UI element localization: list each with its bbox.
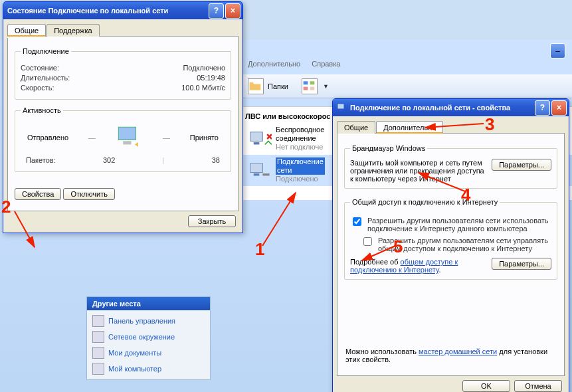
folders-button-label[interactable]: Папки <box>268 82 288 90</box>
annotation-1: 1 <box>255 239 264 260</box>
ics-control-label: Разрешить другим пользователям сети упра… <box>378 237 551 252</box>
status-titlebar[interactable]: Состояние Подключение по локальной сети … <box>3 2 242 19</box>
svg-rect-11 <box>124 141 132 144</box>
wizard-hint: Можно использовать мастер домашней сети … <box>345 347 556 363</box>
close-button[interactable]: × <box>551 100 567 116</box>
activity-icon <box>115 124 143 151</box>
annotation-4: 4 <box>461 185 470 205</box>
state-label: Состояние: <box>21 64 59 72</box>
sidebar-item-my-computer[interactable]: Мой компьютер <box>91 361 206 377</box>
ics-allow-checkbox-row[interactable]: Разрешить другим пользователям сети испо… <box>350 217 551 233</box>
lan-status: Подключено <box>276 175 325 183</box>
properties-tabs: Общие Дополнительно <box>337 120 565 134</box>
properties-button[interactable]: Свойства <box>15 188 61 200</box>
svg-rect-8 <box>250 163 263 173</box>
annotation-5: 5 <box>393 237 403 257</box>
annotation-2: 2 <box>1 197 11 217</box>
ics-allow-label: Разрешить другим пользователям сети испо… <box>367 217 551 233</box>
firewall-fieldset: Брандмауэр Windows Защитить мой компьюте… <box>344 144 557 189</box>
svg-rect-3 <box>310 87 315 90</box>
tab-support[interactable]: Поддержка <box>47 24 99 37</box>
firewall-description: Защитить мой компьютер и сеть путем огра… <box>350 159 486 183</box>
svg-rect-10 <box>119 127 136 140</box>
firewall-params-button[interactable]: Параметры... <box>492 159 551 171</box>
minimize-button[interactable]: – <box>550 43 565 58</box>
svg-rect-1 <box>310 81 315 84</box>
ics-params-button[interactable]: Параметры... <box>492 258 551 270</box>
annotation-3: 3 <box>485 114 494 135</box>
explorer-toolbar: Папки ▼ <box>242 74 572 98</box>
packets-recv: 38 <box>212 156 220 164</box>
connection-fieldset: Подключение Состояние:Подключено Длитель… <box>15 47 231 100</box>
svg-rect-13 <box>339 110 342 111</box>
sidebar-item-control-panel[interactable]: Панель управления <box>91 313 206 329</box>
speed-label: Скорость: <box>21 84 54 92</box>
tab-advanced[interactable]: Дополнительно <box>376 121 443 134</box>
speed-value: 100.0 Мбит/с <box>181 84 225 92</box>
firewall-legend: Брандмауэр Windows <box>350 144 427 152</box>
svg-rect-12 <box>337 104 344 109</box>
lan-name-line2: сети <box>276 166 325 175</box>
close-dialog-button[interactable]: Закрыть <box>188 215 236 227</box>
other-places-panel: Другие места Панель управления Сетевое о… <box>86 296 211 380</box>
ics-allow-checkbox[interactable] <box>353 217 361 226</box>
ics-fieldset: Общий доступ к подключению к Интернету Р… <box>344 198 557 280</box>
help-button[interactable]: ? <box>209 3 224 19</box>
svg-rect-5 <box>254 142 260 144</box>
svg-rect-0 <box>304 81 308 84</box>
activity-legend: Активность <box>21 106 63 114</box>
status-tabs: Общие Поддержка <box>7 23 238 37</box>
folder-icon <box>248 78 264 94</box>
wireless-icon <box>249 128 272 150</box>
svg-rect-2 <box>304 87 308 90</box>
recv-label: Принято <box>190 134 219 142</box>
help-button[interactable]: ? <box>535 100 550 116</box>
status-window: Состояние Подключение по локальной сети … <box>3 1 243 233</box>
lan-icon <box>249 159 272 181</box>
sidebar-item-network-places[interactable]: Сетевое окружение <box>91 329 206 345</box>
network-places-icon <box>92 331 104 343</box>
ics-control-checkbox[interactable] <box>363 237 372 246</box>
lan-name-line1: Подключение <box>276 157 325 166</box>
learn-prefix: Подробнее об <box>350 258 401 266</box>
properties-titlebar[interactable]: Подключение по локальной сети - свойства… <box>333 99 569 116</box>
properties-title: Подключение по локальной сети - свойства <box>350 104 510 112</box>
menu-help[interactable]: Справка <box>312 60 340 68</box>
my-computer-icon <box>92 363 104 375</box>
my-documents-icon <box>92 347 104 359</box>
duration-label: Длительность: <box>21 74 70 82</box>
wireless-name-line1: Беспроводное <box>276 126 324 134</box>
ics-legend: Общий доступ к подключению к Интернету <box>350 198 500 206</box>
sent-label: Отправлено <box>27 134 68 142</box>
tab-general[interactable]: Общие <box>337 121 375 134</box>
activity-fieldset: Активность Отправлено — — Принято Пакето… <box>15 106 231 172</box>
close-button[interactable]: × <box>225 3 240 19</box>
connection-icon <box>337 102 347 113</box>
status-title: Состояние Подключение по локальной сети <box>7 7 168 15</box>
connection-legend: Подключение <box>21 47 71 55</box>
duration-value: 05:19:48 <box>197 74 225 82</box>
other-places-header: Другие места <box>87 297 210 310</box>
state-value: Подключено <box>183 64 225 72</box>
packets-label: Пакетов: <box>26 156 56 164</box>
home-network-wizard-link[interactable]: мастер домашней сети <box>419 347 497 355</box>
tab-general[interactable]: Общие <box>7 24 46 37</box>
wireless-status: Нет подключе <box>276 143 324 151</box>
explorer-menubar: Дополнительно Справка <box>242 60 572 73</box>
svg-rect-4 <box>250 132 263 142</box>
views-icon[interactable] <box>302 78 318 94</box>
chevron-down-icon[interactable]: ▼ <box>323 83 329 90</box>
explorer-window-controls: – <box>549 43 565 58</box>
menu-more[interactable]: Дополнительно <box>248 60 300 68</box>
ok-button[interactable]: OK <box>462 380 510 392</box>
ics-control-checkbox-row[interactable]: Разрешить другим пользователям сети упра… <box>361 237 551 252</box>
svg-rect-9 <box>254 173 260 175</box>
disable-button[interactable]: Отключить <box>63 188 115 200</box>
cancel-button[interactable]: Отмена <box>514 380 562 392</box>
properties-window: Подключение по локальной сети - свойства… <box>332 98 569 392</box>
sidebar-item-my-documents[interactable]: Мои документы <box>91 345 206 361</box>
wireless-name-line2: соединение <box>276 134 324 143</box>
packets-sent: 302 <box>103 156 115 164</box>
control-panel-icon <box>92 315 104 327</box>
